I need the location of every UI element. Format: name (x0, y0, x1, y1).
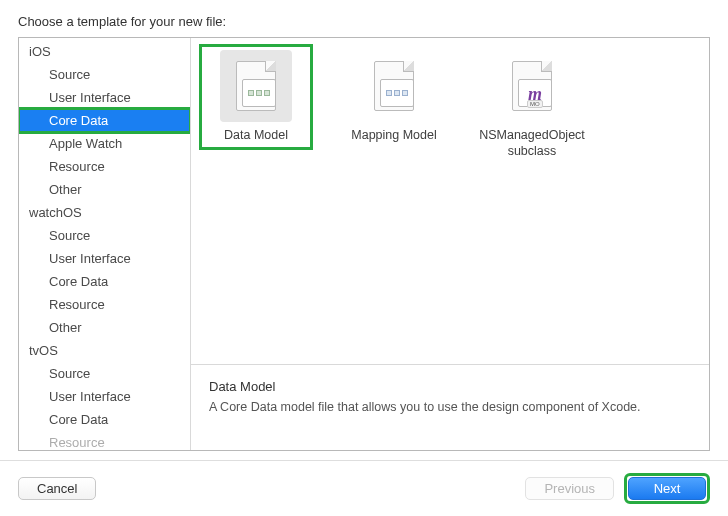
sidebar-item-core-data[interactable]: Core Data (19, 109, 190, 132)
template-data-model[interactable]: Data Model (201, 46, 311, 148)
sidebar-item-user-interface[interactable]: User Interface (19, 385, 190, 408)
template-panel: iOS Source User Interface Core Data Appl… (18, 37, 710, 451)
sidebar-item-user-interface[interactable]: User Interface (19, 247, 190, 270)
sidebar-item-apple-watch[interactable]: Apple Watch (19, 132, 190, 155)
sidebar-item-core-data[interactable]: Core Data (19, 270, 190, 293)
category-sidebar: iOS Source User Interface Core Data Appl… (19, 38, 191, 450)
cancel-button[interactable]: Cancel (18, 477, 96, 500)
template-grid: Data Model Mapping Model (191, 38, 709, 364)
data-model-icon (220, 50, 292, 122)
sidebar-item-resource[interactable]: Resource (19, 293, 190, 316)
mapping-model-icon (358, 50, 430, 122)
next-button-highlight: Next (624, 473, 710, 504)
sidebar-item-core-data[interactable]: Core Data (19, 408, 190, 431)
previous-button: Previous (525, 477, 614, 500)
template-nsmanagedobject-subclass[interactable]: m MO NSManagedObject subclass (477, 46, 587, 163)
template-label: Mapping Model (341, 128, 447, 144)
sidebar-item-resource[interactable]: Resource (19, 155, 190, 178)
sidebar-item-user-interface[interactable]: User Interface (19, 86, 190, 109)
sheet-heading: Choose a template for your new file: (18, 14, 710, 29)
sidebar-item-source[interactable]: Source (19, 362, 190, 385)
template-description: Data Model A Core Data model file that a… (191, 364, 709, 450)
template-label: Data Model (203, 128, 309, 144)
sheet-footer: Cancel Previous Next (0, 460, 728, 516)
platform-watchos[interactable]: watchOS (19, 201, 190, 224)
sidebar-item-source[interactable]: Source (19, 224, 190, 247)
description-title: Data Model (209, 379, 691, 394)
platform-ios[interactable]: iOS (19, 40, 190, 63)
template-main: Data Model Mapping Model (191, 38, 709, 450)
description-body: A Core Data model file that allows you t… (209, 400, 691, 414)
nsmanagedobject-icon: m MO (496, 50, 568, 122)
template-label: NSManagedObject subclass (479, 128, 585, 159)
sidebar-item-other[interactable]: Other (19, 178, 190, 201)
sidebar-item-other[interactable]: Other (19, 316, 190, 339)
template-mapping-model[interactable]: Mapping Model (339, 46, 449, 148)
sidebar-item-source[interactable]: Source (19, 63, 190, 86)
next-button[interactable]: Next (628, 477, 706, 500)
sidebar-item-resource[interactable]: Resource (19, 431, 190, 450)
platform-tvos[interactable]: tvOS (19, 339, 190, 362)
